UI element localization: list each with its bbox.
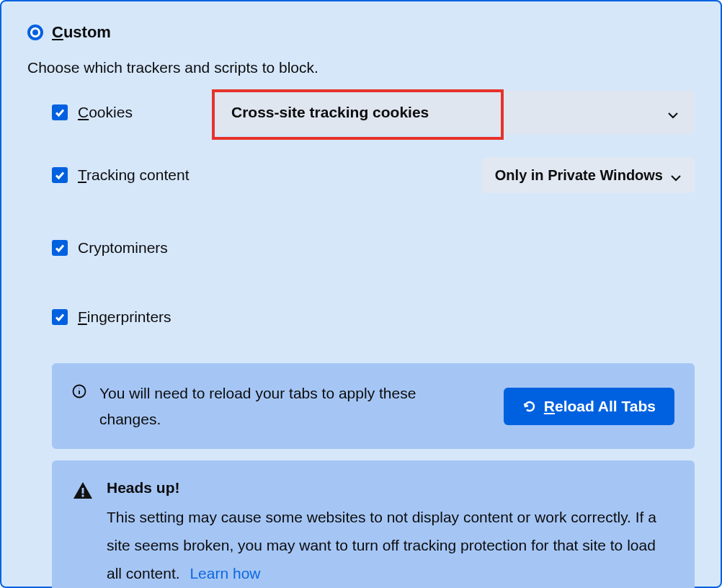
option-row-fingerprinters: Fingerprinters — [52, 303, 695, 331]
checkmark-icon — [54, 107, 66, 118]
svg-point-4 — [81, 495, 84, 497]
tracking-content-dropdown-value: Only in Private Windows — [495, 167, 663, 184]
custom-tracking-panel: Custom Choose which trackers and scripts… — [0, 0, 722, 588]
reload-icon — [522, 399, 537, 414]
checkmark-icon — [54, 169, 66, 181]
info-icon — [72, 384, 86, 398]
warning-icon — [72, 481, 94, 501]
svg-rect-3 — [82, 488, 84, 494]
cookies-checkbox[interactable] — [52, 104, 68, 120]
reload-info-text: You will need to reload your tabs to app… — [99, 380, 431, 432]
option-row-cryptominers: Cryptominers — [52, 233, 695, 262]
custom-radio[interactable] — [27, 24, 43, 40]
options-list: Cookies Cross-site tracking cookies Trac… — [52, 98, 695, 588]
reload-all-tabs-button[interactable]: Reload All Tabs — [504, 388, 674, 425]
option-row-cookies: Cookies Cross-site tracking cookies — [52, 98, 695, 127]
option-row-tracking-content: Tracking content Only in Private Windows — [52, 157, 695, 193]
fingerprinters-checkbox[interactable] — [52, 309, 68, 325]
cryptominers-label: Cryptominers — [78, 239, 168, 257]
cookies-dropdown-value: Cross-site tracking cookies — [231, 104, 429, 121]
chevron-down-icon — [667, 109, 679, 116]
fingerprinters-label: Fingerprinters — [78, 308, 171, 326]
reload-button-label: Reload All Tabs — [544, 398, 656, 415]
radio-dot-icon — [32, 30, 38, 35]
warning-content: Heads up! This setting may cause some we… — [107, 479, 674, 588]
learn-how-link[interactable]: Learn how — [190, 565, 260, 582]
warning-title: Heads up! — [107, 479, 674, 496]
tracking-content-checkbox[interactable] — [52, 167, 68, 183]
tracking-content-dropdown[interactable]: Only in Private Windows — [482, 157, 695, 193]
chevron-down-icon — [670, 172, 682, 179]
svg-point-2 — [79, 388, 79, 388]
cookies-dropdown[interactable]: Cross-site tracking cookies — [215, 91, 695, 134]
tracking-content-label: Tracking content — [78, 166, 189, 184]
warning-banner: Heads up! This setting may cause some we… — [52, 460, 695, 588]
cryptominers-checkbox[interactable] — [52, 240, 68, 256]
checkmark-icon — [54, 242, 66, 254]
warning-text: This setting may cause some websites to … — [107, 504, 674, 588]
checkmark-icon — [54, 311, 66, 323]
custom-radio-row: Custom — [27, 23, 695, 42]
cookies-label: Cookies — [78, 104, 133, 121]
panel-description: Choose which trackers and scripts to blo… — [27, 59, 695, 76]
custom-radio-label: Custom — [52, 23, 111, 42]
reload-info-banner: You will need to reload your tabs to app… — [52, 363, 695, 449]
